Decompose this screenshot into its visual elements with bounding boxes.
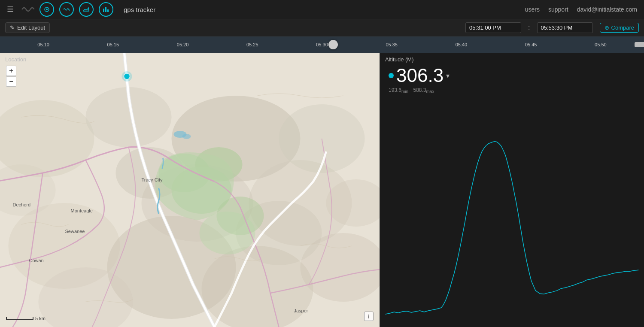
svg-text:Cowan: Cowan [29,258,44,263]
logo-icon [21,4,34,15]
editbar: ✎ Edit Layout : ⊕ Compare [0,19,644,36]
zoom-in-button[interactable]: + [6,66,16,76]
tl-label-1: 05:15 [78,42,148,47]
tl-label-3: 05:25 [218,42,287,47]
svg-rect-3 [105,7,106,12]
menu-icon[interactable]: ☰ [7,5,14,14]
map-container[interactable]: Decherd Monteagle Tracy City Sewanee Cow… [0,53,380,327]
topbar-left: ☰ gps trac [7,2,525,17]
area-chart-nav-btn[interactable] [79,2,94,17]
svg-point-36 [122,71,132,82]
topbar-right: users support david@initialstate.com [525,6,637,13]
current-value: 306.3 [396,65,444,86]
timeline-bar[interactable]: 05:10 05:15 05:20 05:25 05:30 05:35 05:4… [0,36,644,53]
min-label: min [401,89,408,94]
tl-label-0: 05:10 [9,42,78,47]
camera-nav-btn[interactable] [39,2,54,17]
user-email-link[interactable]: david@initialstate.com [577,6,637,13]
map-scale: 5 km [6,316,46,321]
svg-rect-4 [107,9,109,12]
svg-text:Jasper: Jasper [294,308,308,313]
compare-label: Compare [611,24,634,31]
compare-icon: ⊕ [605,24,609,31]
zoom-out-button[interactable]: − [6,76,16,87]
tl-label-8: 05:50 [566,42,635,47]
scale-label: 5 km [35,316,46,321]
svg-point-34 [182,134,191,139]
map-zoom-controls: + − [6,66,16,87]
main-content: Location [0,53,644,327]
time-separator: : [528,24,530,32]
chart-panel-title: Altitude (M) [385,56,413,63]
users-link[interactable]: users [525,6,540,13]
map-panel: Location [0,53,380,327]
svg-text:Decherd: Decherd [13,202,31,207]
chart-panel: Altitude (M) 306.3 ▾ 193.6min 588.3max [380,53,644,327]
compare-button[interactable]: ⊕ Compare [600,23,639,33]
min-value: 193.6 [389,87,401,93]
tl-label-6: 05:40 [426,42,496,47]
timeline-labels: 05:10 05:15 05:20 05:25 05:30 05:35 05:4… [0,42,644,47]
max-value: 588.3 [413,87,426,93]
edit-layout-button[interactable]: ✎ Edit Layout [5,22,50,33]
altitude-chart-area [380,96,644,327]
timeline-end-indicator [635,42,644,47]
map-info-icon: i [368,313,370,320]
map-info-button[interactable]: i [364,312,374,321]
tl-label-7: 05:45 [496,42,566,47]
edit-layout-label: Edit Layout [17,24,45,31]
edit-icon: ✎ [10,24,15,31]
tl-label-5: 05:35 [357,42,426,47]
value-trend-arrow: ▾ [446,72,450,80]
value-indicator-dot [389,73,394,78]
bar-chart-nav-btn[interactable] [99,2,113,17]
max-label: max [426,89,434,94]
app-title: gps tracker [124,6,155,13]
altitude-chart-svg [380,96,644,327]
svg-text:Sewanee: Sewanee [65,229,85,234]
timeline-scrubber[interactable] [328,40,338,49]
value-minmax: 193.6min 588.3max [389,87,450,94]
support-link[interactable]: support [548,6,568,13]
svg-rect-2 [103,9,104,12]
topbar: ☰ gps trac [0,0,644,19]
chart-main-value: 306.3 ▾ [389,65,450,86]
chart-value-area: 306.3 ▾ 193.6min 588.3max [389,65,450,94]
time-end-input[interactable] [537,22,593,33]
svg-text:Monteagle: Monteagle [71,208,93,213]
time-start-input[interactable] [465,22,521,33]
tl-label-4: 05:30 [287,42,357,47]
map-svg: Decherd Monteagle Tracy City Sewanee Cow… [0,53,380,327]
svg-text:Tracy City: Tracy City [142,177,163,182]
svg-point-1 [46,9,48,10]
svg-point-25 [200,212,255,254]
wave-nav-btn[interactable] [59,2,74,17]
tl-label-2: 05:20 [148,42,217,47]
